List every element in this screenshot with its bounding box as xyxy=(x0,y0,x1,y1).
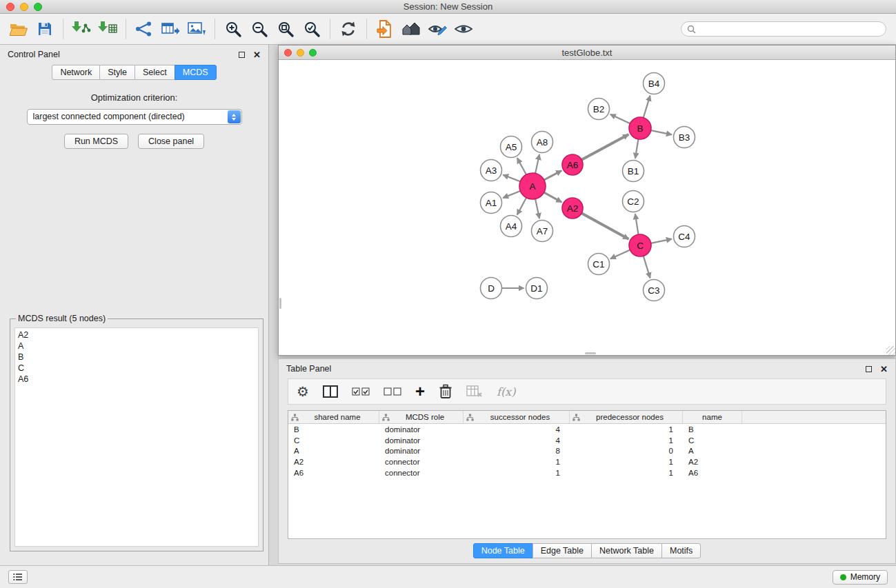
graph-edge-A-A6[interactable] xyxy=(544,170,561,180)
table-row[interactable]: C dominator 4 1 C xyxy=(288,435,886,446)
column-header[interactable]: MCDS role xyxy=(379,411,464,423)
close-panel-icon[interactable]: ✕ xyxy=(253,50,261,59)
tab-select[interactable]: Select xyxy=(135,65,175,80)
graph-edge-B-B4[interactable] xyxy=(644,96,650,118)
graph-edge-A-A4[interactable] xyxy=(517,198,526,215)
column-header[interactable]: predecessor nodes xyxy=(570,411,683,423)
graph-node-B[interactable]: B xyxy=(629,117,651,139)
optimization-criterion-dropdown[interactable]: largest connected component (directed) xyxy=(27,109,242,125)
vertical-scroll-thumb[interactable] xyxy=(279,298,281,309)
tab-network-table[interactable]: Network Table xyxy=(591,543,662,558)
tab-node-table[interactable]: Node Table xyxy=(473,543,533,558)
graph-edge-A-A1[interactable] xyxy=(503,191,520,198)
network-canvas[interactable]: B4B2BB3A5A8A6A3B1AC2A1A2A4A7C4CC1C3DD1 xyxy=(279,60,895,355)
memory-button[interactable]: Memory xyxy=(833,570,888,585)
export-network-button[interactable] xyxy=(131,17,157,41)
tab-style[interactable]: Style xyxy=(99,65,135,80)
gear-icon[interactable]: ⚙ xyxy=(297,385,309,398)
run-mcds-button[interactable]: Run MCDS xyxy=(64,134,128,149)
graph-node-C[interactable]: C xyxy=(629,234,651,256)
column-header[interactable]: name xyxy=(683,411,742,423)
select-all-columns-icon[interactable] xyxy=(352,386,370,397)
tab-motifs[interactable]: Motifs xyxy=(661,543,701,558)
graph-node-B1[interactable]: B1 xyxy=(623,161,644,182)
zoom-window-icon[interactable] xyxy=(309,49,317,57)
graphics-details-button[interactable] xyxy=(424,17,450,41)
zoom-fit-button[interactable] xyxy=(272,17,299,41)
minimize-window-icon[interactable] xyxy=(20,3,28,11)
horizontal-scroll-thumb[interactable] xyxy=(585,352,596,354)
network-window-titlebar[interactable]: testGlobe.txt xyxy=(279,45,895,60)
graph-node-A8[interactable]: A8 xyxy=(532,132,553,153)
graph-edge-A-A5[interactable] xyxy=(517,158,526,174)
home-button[interactable] xyxy=(398,17,424,41)
tab-edge-table[interactable]: Edge Table xyxy=(532,543,592,558)
graph-edge-C-C3[interactable] xyxy=(644,256,650,278)
table-row[interactable]: A dominator 8 0 A xyxy=(288,445,886,456)
graph-node-B2[interactable]: B2 xyxy=(588,99,610,120)
add-column-icon[interactable]: + xyxy=(415,383,425,400)
resize-handle[interactable] xyxy=(886,346,895,355)
zoom-in-button[interactable] xyxy=(220,17,246,41)
graph-edge-A-A8[interactable] xyxy=(535,154,539,173)
minimize-window-icon[interactable] xyxy=(297,49,304,57)
search-input[interactable] xyxy=(699,24,880,34)
import-network-button[interactable] xyxy=(68,17,94,41)
graph-edge-B-B1[interactable] xyxy=(635,139,639,159)
graph-node-A7[interactable]: A7 xyxy=(532,221,553,242)
refresh-view-button[interactable] xyxy=(335,17,361,41)
float-panel-icon[interactable] xyxy=(239,52,245,58)
export-image-button[interactable] xyxy=(183,17,210,41)
graph-node-A3[interactable]: A3 xyxy=(481,160,502,181)
graph-edge-A-A3[interactable] xyxy=(503,175,520,182)
close-window-icon[interactable] xyxy=(284,49,292,57)
graph-node-A1[interactable]: A1 xyxy=(481,192,502,214)
graph-node-A2[interactable]: A2 xyxy=(562,198,583,219)
graph-edge-A-A7[interactable] xyxy=(535,199,539,219)
graph-node-A5[interactable]: A5 xyxy=(501,136,522,158)
graph-edge-A-A2[interactable] xyxy=(544,192,562,202)
table-row[interactable]: A6 connector 1 1 A6 xyxy=(288,467,886,478)
column-header[interactable]: successor nodes xyxy=(464,411,570,423)
birds-eye-button[interactable] xyxy=(450,17,477,41)
float-panel-icon[interactable] xyxy=(866,366,872,372)
result-item[interactable]: A6 xyxy=(18,374,255,385)
zoom-window-icon[interactable] xyxy=(34,3,42,11)
graph-node-A6[interactable]: A6 xyxy=(562,154,583,175)
close-panel-button[interactable]: Close panel xyxy=(138,134,204,149)
close-window-icon[interactable] xyxy=(6,3,14,11)
result-item[interactable]: A2 xyxy=(18,330,255,341)
table-row[interactable]: B dominator 4 1 B xyxy=(288,424,886,435)
graph-edge-B-B2[interactable] xyxy=(610,114,630,123)
graph-edge-A2-C[interactable] xyxy=(581,213,628,239)
task-history-button[interactable] xyxy=(8,570,28,584)
zoom-selected-button[interactable] xyxy=(299,17,325,41)
graph-edge-C-C1[interactable] xyxy=(610,250,630,259)
graph-edge-C-C2[interactable] xyxy=(635,214,639,234)
close-panel-icon[interactable]: ✕ xyxy=(880,365,888,374)
column-header[interactable]: shared name xyxy=(288,411,379,423)
result-item[interactable]: A xyxy=(18,341,255,352)
graph-node-A[interactable]: A xyxy=(519,173,546,199)
graph-node-B3[interactable]: B3 xyxy=(674,127,695,148)
graph-edge-A6-B[interactable] xyxy=(581,134,628,160)
graph-node-C2[interactable]: C2 xyxy=(623,191,644,212)
graph-node-C1[interactable]: C1 xyxy=(588,254,610,275)
graph-node-C3[interactable]: C3 xyxy=(644,280,665,301)
graph-node-D[interactable]: D xyxy=(481,278,502,299)
open-session-button[interactable] xyxy=(6,17,32,41)
unselect-all-columns-icon[interactable] xyxy=(384,386,401,397)
result-item[interactable]: C xyxy=(18,363,255,374)
zoom-out-button[interactable] xyxy=(246,17,272,41)
show-columns-icon[interactable] xyxy=(323,385,338,398)
import-table-button[interactable] xyxy=(94,17,121,41)
table-row[interactable]: A2 connector 1 1 A2 xyxy=(288,456,886,467)
tab-mcds[interactable]: MCDS xyxy=(175,65,217,80)
save-session-button[interactable] xyxy=(32,17,58,41)
mcds-result-list[interactable]: A2 A B C A6 xyxy=(14,327,259,547)
graph-edge-C-C4[interactable] xyxy=(651,239,672,243)
toolbar-search[interactable] xyxy=(681,21,886,37)
graph-node-B4[interactable]: B4 xyxy=(644,73,665,94)
graph-edge-B-B3[interactable] xyxy=(651,130,672,134)
export-table-button[interactable] xyxy=(157,17,183,41)
